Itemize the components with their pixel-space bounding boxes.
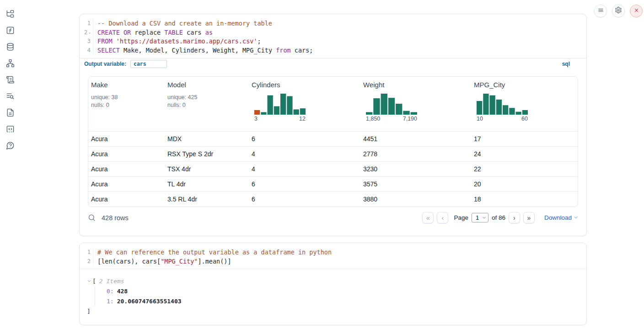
table-row[interactable]: AcuraTL 4dr6357520 (88, 176, 578, 191)
sidebar-files-button[interactable] (5, 11, 15, 19)
sql-code-editor[interactable]: 1-- Download a CSV and create an in-memo… (80, 14, 586, 58)
line-number: 1 (80, 248, 93, 257)
database-icon (6, 42, 15, 53)
entry-value: 20.060747663551403 (117, 298, 182, 305)
column-header-cylinders[interactable]: Cylinders312 (249, 77, 360, 131)
first-page-button[interactable]: « (422, 212, 434, 223)
sidebar-documentation-button[interactable] (5, 109, 15, 118)
table-row[interactable]: AcuraRSX Type S 2dr4277824 (88, 146, 578, 161)
table-cell: TL 4dr (165, 177, 249, 191)
items-count-label: 2 Items (99, 278, 124, 285)
table-cell: 3.5 RL 4dr (165, 192, 249, 206)
open-bracket: [ (92, 278, 96, 285)
sidebar-dependencies-button[interactable] (5, 60, 15, 69)
download-button[interactable]: Download (544, 214, 578, 221)
histogram-bar (516, 111, 521, 114)
histogram-bar (268, 95, 273, 114)
code-token: FROM (97, 37, 113, 45)
table-cell: 3575 (360, 177, 471, 191)
code-token: ; (258, 37, 261, 45)
close-icon (633, 7, 640, 16)
column-header-weight[interactable]: Weight1,8507,190 (360, 77, 471, 131)
histogram-bar (411, 112, 417, 115)
chevron-down-icon[interactable] (87, 279, 92, 283)
table-row[interactable]: Acura3.5 RL 4dr6388018 (88, 191, 578, 206)
table-row[interactable]: AcuraTSX 4dr4323022 (88, 161, 578, 176)
cell-language-badge: sql (562, 61, 570, 67)
code-line: 2[len(cars), cars["MPG_City"].mean()] (80, 257, 586, 266)
code-line: 3FROM 'https://datasets.marimo.app/cars.… (80, 37, 586, 46)
page-select[interactable]: 1 (472, 213, 488, 222)
search-icon[interactable] (88, 214, 96, 222)
tree-entry: 0:428 (107, 286, 586, 296)
code-token: "MPG_City" (161, 258, 198, 265)
output-variable-label: Output variable: (84, 61, 126, 67)
code-token: [len(cars), cars[ (97, 258, 161, 265)
table-cell: 24 (471, 147, 578, 161)
histogram-axis-labels: 1060 (477, 116, 528, 122)
histogram-bar (490, 95, 495, 114)
close-bracket: ] (87, 308, 91, 315)
histogram-bar (522, 110, 528, 115)
column-name: Cylinders (252, 81, 357, 89)
fold-chevron-icon[interactable]: ⌄ (88, 30, 91, 34)
page-label: Page (454, 214, 468, 221)
results-table: Makeunique: 38nulls: 0Modelunique: 425nu… (88, 76, 578, 207)
histogram-bar (254, 110, 260, 115)
code-text: SELECT Make, Model, Cylinders, Weight, M… (93, 47, 313, 54)
logs-search-icon (6, 92, 15, 102)
column-header-model[interactable]: Modelunique: 425nulls: 0 (165, 77, 249, 131)
entry-key: 1: (107, 298, 114, 305)
column-header-make[interactable]: Makeunique: 38nulls: 0 (88, 77, 165, 131)
last-page-button[interactable]: » (523, 212, 535, 223)
tree-close-line: ] (87, 306, 586, 316)
sidebar-scratchpad-button[interactable] (5, 76, 15, 85)
histogram-bar (280, 94, 286, 115)
histogram-max-label: 12 (299, 116, 306, 122)
next-page-button[interactable]: › (509, 212, 520, 223)
entry-key: 0: (107, 288, 114, 295)
column-stats: unique: 425nulls: 0 (167, 94, 245, 109)
column-header-mpg_city[interactable]: MPG_City1060 (471, 77, 578, 131)
table-cell: Acura (88, 177, 165, 191)
column-histogram (366, 92, 467, 115)
histogram-min-label: 3 (254, 116, 258, 122)
notebook-menu-button[interactable] (594, 5, 607, 17)
histogram-bar (261, 112, 266, 115)
column-name: Weight (363, 81, 467, 89)
sidebar-help-button[interactable] (5, 142, 15, 151)
table-cell: Acura (88, 192, 165, 206)
shutdown-button[interactable] (630, 5, 643, 17)
code-token: from (276, 47, 291, 54)
settings-button[interactable] (612, 5, 625, 17)
code-line: 1# We can reference the output variable … (80, 248, 586, 257)
histogram-bar (287, 96, 292, 115)
table-cell: Acura (88, 132, 165, 146)
python-code-editor[interactable]: 1# We can reference the output variable … (80, 243, 586, 269)
sidebar-functions-button[interactable] (5, 27, 15, 36)
column-name: Make (91, 81, 161, 89)
previous-page-button[interactable]: ‹ (437, 212, 448, 223)
sidebar-logs-button[interactable] (5, 93, 15, 101)
null-count: nulls: 0 (91, 101, 161, 109)
null-count: nulls: 0 (167, 101, 245, 109)
sidebar-snippets-button[interactable] (5, 126, 15, 134)
code-token: TABLE (164, 29, 183, 36)
line-number: 2 (80, 257, 93, 266)
scroll-icon (6, 75, 15, 86)
output-variable-input[interactable] (130, 60, 167, 68)
histogram-min-label: 10 (477, 116, 483, 122)
table-cell: 4 (249, 162, 360, 176)
sql-cell: 1-- Download a CSV and create an in-memo… (79, 14, 587, 236)
table-cell: 4451 (360, 132, 471, 146)
code-token: replace (131, 29, 164, 36)
histogram-bar (396, 104, 402, 115)
table-row[interactable]: AcuraMDX6445117 (88, 131, 578, 146)
histogram-bar (294, 109, 299, 115)
python-output-tree: [2 Items0:4281:20.060747663551403] (80, 269, 586, 316)
histogram-axis-labels: 1,8507,190 (366, 116, 417, 122)
table-cell: 4 (249, 147, 360, 161)
code-token: OR (123, 29, 131, 36)
sidebar-datasources-button[interactable] (5, 43, 15, 52)
histogram-bar (373, 98, 380, 115)
